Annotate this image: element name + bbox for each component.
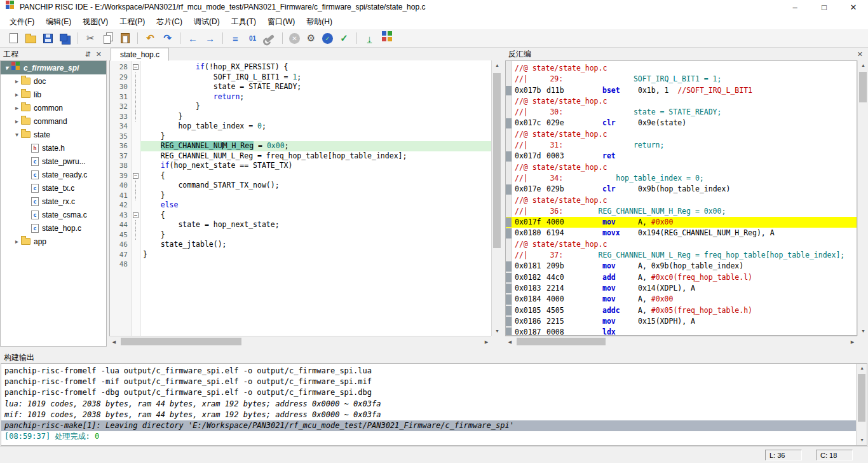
build-line-3[interactable]: lua: 1019 codes, 2038 bytes, ram 44 byte… [4,399,867,410]
format-list-icon[interactable]: ≡ [227,31,243,46]
code-text[interactable]: if(hop_next_state == STATE_TX) [140,161,491,171]
disassembly-vscroll-thumb[interactable] [859,72,867,102]
disassembly-vertical-scrollbar[interactable]: ▲ ▼ [857,60,868,336]
editor-horizontal-scrollbar[interactable]: ◀ ▶ [109,336,491,347]
code-text[interactable]: { [140,211,491,221]
scroll-down-arrow-icon[interactable]: ▼ [857,436,867,445]
scroll-left-arrow-icon[interactable]: ◀ [109,336,119,347]
fold-marker-cell[interactable]: − [132,211,140,221]
chevron-right-icon[interactable]: ▸ [13,78,21,85]
scroll-right-arrow-icon[interactable]: ▶ [848,336,857,347]
new-file-icon[interactable] [6,31,22,46]
save-all-icon[interactable] [57,31,73,46]
maximize-button[interactable]: □ [810,0,839,14]
paste-icon[interactable] [117,31,133,46]
disassembly-close-icon[interactable]: ✕ [855,50,865,59]
chevron-down-icon[interactable]: ▾ [3,64,11,71]
scroll-right-arrow-icon[interactable]: ▶ [482,336,491,347]
save-icon[interactable] [40,31,56,46]
code-text[interactable]: state = STATE_READY; [140,82,491,92]
fold-marker-cell[interactable]: − [132,171,140,181]
chevron-right-icon[interactable]: ▸ [13,91,21,98]
code-text[interactable]: } [140,112,491,122]
project-panel-close-icon[interactable]: ✕ [94,50,104,59]
build-line-6[interactable]: [08:59:37] 处理完成: 0 [4,431,867,442]
menu-item-0[interactable]: 文件(F) [4,15,40,29]
scroll-down-arrow-icon[interactable]: ▼ [492,326,503,336]
build-vscroll-thumb[interactable] [858,374,865,422]
tree-item-command[interactable]: ▸command [1,114,106,128]
tree-item-lib[interactable]: ▸lib [1,88,106,101]
verify-check-icon[interactable]: ✓ [336,31,352,46]
build-line-0[interactable]: panchip-risc-fromelf -lua output/c_firmw… [4,366,867,377]
code-text[interactable]: } [140,132,491,142]
code-text[interactable]: if(!hop_RX_PERSIST) { [140,62,491,73]
fold-collapse-icon[interactable]: − [133,64,139,70]
tree-item-state-rx-c[interactable]: cstate_rx.c [1,195,106,208]
code-text[interactable]: REG_CHANNEL_NUM_H_Reg = 0x00; [140,141,491,151]
menu-item-7[interactable]: 窗口(W) [262,15,301,29]
code-text[interactable]: REG_CHANNEL_NUM_L_Reg = freq_hop_table[h… [140,151,491,162]
tree-item-app[interactable]: ▸app [1,235,106,248]
settings-gear-icon[interactable]: ⚙ [303,31,319,46]
menu-item-8[interactable]: 帮助(H) [301,15,338,29]
code-text[interactable]: return; [140,92,491,102]
nav-back-icon[interactable]: ← [185,31,201,46]
tab-state-hop-c[interactable]: state_hop.c [111,48,169,61]
editor-body[interactable]: 28− if(!hop_RX_PERSIST) {29 SOFT_IRQ_L_B… [109,60,491,336]
menu-item-6[interactable]: 工具(T) [226,15,262,29]
chevron-right-icon[interactable]: ▸ [13,104,21,111]
nav-forward-icon[interactable]: → [202,31,218,46]
menu-item-5[interactable]: 调试(D) [188,15,226,29]
fold-marker-cell[interactable]: − [132,62,140,73]
build-wrench-icon[interactable] [262,31,278,46]
disassembly-body[interactable]: //@ state/state_hop.c//| 29: SOFT_IRQ_L_… [505,60,857,336]
scroll-down-arrow-icon[interactable]: ▼ [858,326,868,336]
code-text[interactable]: } [140,250,491,260]
memory-grid-icon[interactable] [379,31,395,46]
code-text[interactable]: state_jtable(); [140,240,491,250]
code-text[interactable]: command_START_TX_now(); [140,181,491,191]
fold-collapse-icon[interactable]: − [133,212,139,218]
code-text[interactable]: } [140,230,491,240]
build-vertical-scrollbar[interactable]: ▲ ▼ [856,364,867,445]
tree-item-state-pwru-[interactable]: cstate_pwru... [1,155,106,168]
copy-icon[interactable] [100,31,116,46]
code-text[interactable]: } [140,191,491,201]
code-text[interactable]: state = hop_next_state; [140,220,491,230]
tree-item-doc[interactable]: ▸doc [1,74,106,88]
editor-hscroll-thumb[interactable] [121,338,241,345]
chevron-right-icon[interactable]: ▸ [13,118,21,125]
panel-float-icon[interactable]: ⇵ [83,50,93,59]
stop-icon[interactable]: ✕ [289,33,300,44]
build-line-1[interactable]: panchip-risc-fromelf -mif output/c_firmw… [4,377,867,387]
cut-icon[interactable]: ✂ [83,31,98,46]
program-chip-icon[interactable]: ✓ [322,33,333,44]
binary-icon[interactable]: 01 [245,31,261,46]
scroll-left-arrow-icon[interactable]: ◀ [505,336,515,347]
chevron-down-icon[interactable]: ▾ [13,131,21,138]
tree-item-c-firmware-spi[interactable]: ▾c_firmware_spi [1,61,106,74]
tree-item-state-tx-c[interactable]: cstate_tx.c [1,181,106,195]
disassembly-horizontal-scrollbar[interactable]: ◀ ▶ [505,336,857,347]
disassembly-hscroll-thumb[interactable] [517,338,606,345]
tree-item-state-hop-c[interactable]: cstate_hop.c [1,221,106,235]
code-text[interactable]: } [140,102,491,112]
scroll-up-arrow-icon[interactable]: ▲ [858,60,868,70]
tree-item-state[interactable]: ▾state [1,128,106,141]
scroll-up-arrow-icon[interactable]: ▲ [492,60,503,70]
code-text[interactable]: SOFT_IRQ_L_BIT1 = 1; [140,73,491,83]
code-text[interactable]: hop_table_index = 0; [140,121,491,132]
undo-icon[interactable]: ↶ [142,31,158,46]
chevron-right-icon[interactable]: ▸ [13,238,21,245]
editor-vscroll-thumb[interactable] [493,73,501,248]
tree-item-state-h[interactable]: hstate.h [1,141,106,155]
tree-item-state-ready-c[interactable]: cstate_ready.c [1,168,106,181]
scroll-up-arrow-icon[interactable]: ▲ [857,364,867,373]
tree-item-state-csma-c[interactable]: cstate_csma.c [1,208,106,221]
open-folder-icon[interactable] [23,31,39,46]
menu-item-2[interactable]: 视图(V) [77,15,114,29]
close-button[interactable]: ✕ [839,0,868,14]
fold-collapse-icon[interactable]: − [133,173,139,179]
code-text[interactable]: { [140,171,491,181]
